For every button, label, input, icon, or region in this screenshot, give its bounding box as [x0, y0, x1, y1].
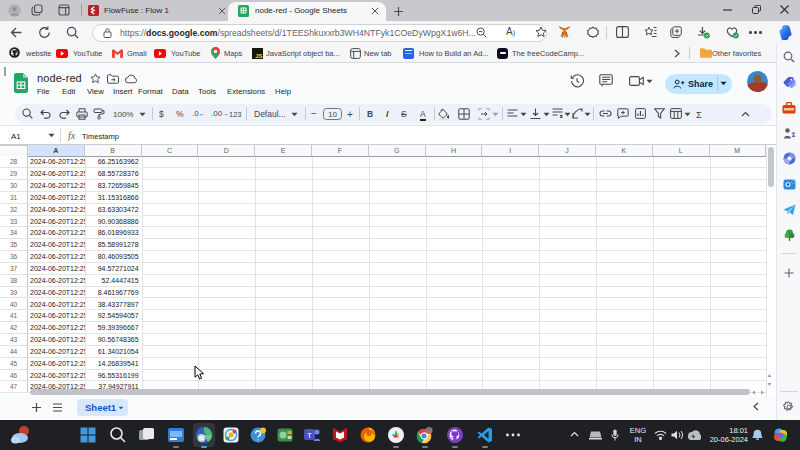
svg-text:T: T: [307, 431, 312, 440]
